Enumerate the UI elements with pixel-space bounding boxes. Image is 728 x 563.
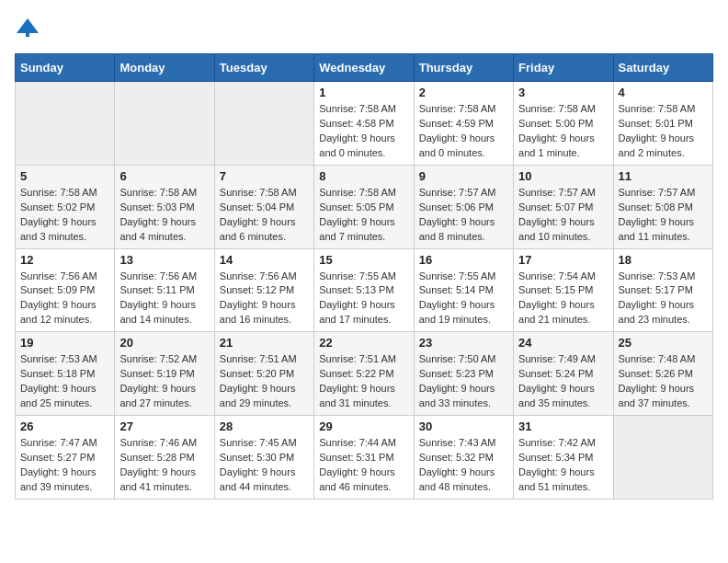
day-info: Sunrise: 7:47 AM Sunset: 5:27 PM Dayligh…: [20, 436, 109, 495]
day-info: Sunrise: 7:53 AM Sunset: 5:17 PM Dayligh…: [619, 270, 708, 328]
day-number: 3: [518, 86, 608, 99]
calendar-cell: 21Sunrise: 7:51 AM Sunset: 5:20 PM Dayli…: [214, 332, 313, 416]
calendar-cell: 1Sunrise: 7:58 AM Sunset: 4:58 PM Daylig…: [314, 82, 414, 166]
day-number: 2: [419, 86, 508, 99]
day-info: Sunrise: 7:46 AM Sunset: 5:28 PM Dayligh…: [119, 436, 209, 495]
day-number: 28: [220, 419, 309, 433]
day-info: Sunrise: 7:45 AM Sunset: 5:30 PM Dayligh…: [220, 436, 309, 495]
calendar-cell: 17Sunrise: 7:54 AM Sunset: 5:15 PM Dayli…: [514, 248, 613, 332]
calendar-cell: 23Sunrise: 7:50 AM Sunset: 5:23 PM Dayli…: [414, 332, 513, 416]
svg-marker-0: [17, 18, 39, 33]
calendar-cell: 20Sunrise: 7:52 AM Sunset: 5:19 PM Dayli…: [115, 332, 214, 416]
day-number: 21: [220, 336, 309, 350]
calendar-cell: [16, 82, 115, 166]
day-info: Sunrise: 7:58 AM Sunset: 4:59 PM Dayligh…: [419, 102, 508, 161]
day-info: Sunrise: 7:58 AM Sunset: 5:03 PM Dayligh…: [119, 186, 209, 245]
calendar-cell: 14Sunrise: 7:56 AM Sunset: 5:12 PM Dayli…: [214, 248, 313, 332]
day-info: Sunrise: 7:53 AM Sunset: 5:18 PM Dayligh…: [20, 352, 109, 411]
calendar-cell: 30Sunrise: 7:43 AM Sunset: 5:32 PM Dayli…: [414, 416, 513, 500]
day-number: 25: [619, 336, 708, 350]
calendar-cell: [115, 82, 214, 166]
header-row: SundayMondayTuesdayWednesdayThursdayFrid…: [16, 54, 713, 82]
calendar-cell: 24Sunrise: 7:49 AM Sunset: 5:24 PM Dayli…: [514, 332, 613, 416]
week-row-2: 5Sunrise: 7:58 AM Sunset: 5:02 PM Daylig…: [16, 165, 713, 248]
calendar-cell: 22Sunrise: 7:51 AM Sunset: 5:22 PM Dayli…: [314, 332, 414, 416]
page-header: [15, 15, 713, 40]
calendar-cell: 7Sunrise: 7:58 AM Sunset: 5:04 PM Daylig…: [214, 165, 313, 248]
calendar-cell: 3Sunrise: 7:58 AM Sunset: 5:00 PM Daylig…: [514, 82, 613, 166]
day-info: Sunrise: 7:50 AM Sunset: 5:23 PM Dayligh…: [419, 352, 508, 411]
day-info: Sunrise: 7:58 AM Sunset: 5:01 PM Dayligh…: [619, 102, 708, 161]
day-number: 1: [319, 86, 408, 99]
calendar-cell: 19Sunrise: 7:53 AM Sunset: 5:18 PM Dayli…: [16, 332, 115, 416]
day-info: Sunrise: 7:49 AM Sunset: 5:24 PM Dayligh…: [518, 352, 608, 411]
calendar-cell: 25Sunrise: 7:48 AM Sunset: 5:26 PM Dayli…: [613, 332, 712, 416]
calendar-cell: [613, 416, 712, 500]
day-number: 26: [20, 419, 109, 433]
calendar-cell: 31Sunrise: 7:42 AM Sunset: 5:34 PM Dayli…: [514, 416, 613, 500]
day-info: Sunrise: 7:51 AM Sunset: 5:22 PM Dayligh…: [319, 352, 408, 411]
day-number: 10: [518, 169, 608, 183]
calendar-cell: [214, 82, 313, 166]
day-number: 22: [319, 336, 408, 350]
day-number: 18: [619, 253, 708, 267]
day-number: 29: [319, 419, 408, 433]
day-info: Sunrise: 7:52 AM Sunset: 5:19 PM Dayligh…: [119, 352, 209, 411]
calendar-body: 1Sunrise: 7:58 AM Sunset: 4:58 PM Daylig…: [16, 82, 713, 500]
day-info: Sunrise: 7:57 AM Sunset: 5:08 PM Dayligh…: [619, 186, 708, 245]
calendar-cell: 12Sunrise: 7:56 AM Sunset: 5:09 PM Dayli…: [16, 248, 115, 332]
day-number: 9: [419, 169, 508, 183]
day-number: 19: [20, 336, 109, 350]
header-day-thursday: Thursday: [414, 54, 513, 82]
day-info: Sunrise: 7:58 AM Sunset: 5:05 PM Dayligh…: [319, 186, 408, 245]
day-info: Sunrise: 7:58 AM Sunset: 5:04 PM Dayligh…: [220, 186, 309, 245]
day-number: 20: [119, 336, 209, 350]
day-info: Sunrise: 7:55 AM Sunset: 5:13 PM Dayligh…: [319, 270, 408, 328]
day-info: Sunrise: 7:57 AM Sunset: 5:06 PM Dayligh…: [419, 186, 508, 245]
calendar-cell: 15Sunrise: 7:55 AM Sunset: 5:13 PM Dayli…: [314, 248, 414, 332]
calendar-cell: 2Sunrise: 7:58 AM Sunset: 4:59 PM Daylig…: [414, 82, 513, 166]
calendar-header: SundayMondayTuesdayWednesdayThursdayFrid…: [16, 54, 713, 82]
header-day-monday: Monday: [115, 54, 214, 82]
logo-icon: [15, 15, 40, 40]
day-info: Sunrise: 7:56 AM Sunset: 5:11 PM Dayligh…: [119, 270, 209, 328]
day-number: 7: [220, 169, 309, 183]
calendar-cell: 10Sunrise: 7:57 AM Sunset: 5:07 PM Dayli…: [514, 165, 613, 248]
svg-rect-1: [26, 31, 29, 37]
header-day-tuesday: Tuesday: [214, 54, 313, 82]
day-number: 24: [518, 336, 608, 350]
calendar-cell: 11Sunrise: 7:57 AM Sunset: 5:08 PM Dayli…: [613, 165, 712, 248]
week-row-3: 12Sunrise: 7:56 AM Sunset: 5:09 PM Dayli…: [16, 248, 713, 332]
day-info: Sunrise: 7:56 AM Sunset: 5:09 PM Dayligh…: [20, 270, 109, 328]
day-info: Sunrise: 7:43 AM Sunset: 5:32 PM Dayligh…: [419, 436, 508, 495]
week-row-5: 26Sunrise: 7:47 AM Sunset: 5:27 PM Dayli…: [16, 416, 713, 500]
day-number: 14: [220, 253, 309, 267]
day-info: Sunrise: 7:56 AM Sunset: 5:12 PM Dayligh…: [220, 270, 309, 328]
calendar-cell: 27Sunrise: 7:46 AM Sunset: 5:28 PM Dayli…: [115, 416, 214, 500]
day-info: Sunrise: 7:58 AM Sunset: 5:02 PM Dayligh…: [20, 186, 109, 245]
calendar-cell: 18Sunrise: 7:53 AM Sunset: 5:17 PM Dayli…: [613, 248, 712, 332]
day-number: 8: [319, 169, 408, 183]
week-row-4: 19Sunrise: 7:53 AM Sunset: 5:18 PM Dayli…: [16, 332, 713, 416]
calendar-cell: 13Sunrise: 7:56 AM Sunset: 5:11 PM Dayli…: [115, 248, 214, 332]
day-info: Sunrise: 7:51 AM Sunset: 5:20 PM Dayligh…: [220, 352, 309, 411]
day-number: 31: [518, 419, 608, 433]
calendar-cell: 26Sunrise: 7:47 AM Sunset: 5:27 PM Dayli…: [16, 416, 115, 500]
calendar-table: SundayMondayTuesdayWednesdayThursdayFrid…: [15, 53, 713, 500]
day-number: 11: [619, 169, 708, 183]
header-day-friday: Friday: [514, 54, 613, 82]
calendar-cell: 8Sunrise: 7:58 AM Sunset: 5:05 PM Daylig…: [314, 165, 414, 248]
day-info: Sunrise: 7:55 AM Sunset: 5:14 PM Dayligh…: [419, 270, 508, 328]
day-number: 30: [419, 419, 508, 433]
calendar-cell: 28Sunrise: 7:45 AM Sunset: 5:30 PM Dayli…: [214, 416, 313, 500]
day-info: Sunrise: 7:42 AM Sunset: 5:34 PM Dayligh…: [518, 436, 608, 495]
day-number: 12: [20, 253, 109, 267]
calendar-cell: 5Sunrise: 7:58 AM Sunset: 5:02 PM Daylig…: [16, 165, 115, 248]
day-number: 23: [419, 336, 508, 350]
calendar-cell: 16Sunrise: 7:55 AM Sunset: 5:14 PM Dayli…: [414, 248, 513, 332]
calendar-cell: 4Sunrise: 7:58 AM Sunset: 5:01 PM Daylig…: [613, 82, 712, 166]
day-info: Sunrise: 7:48 AM Sunset: 5:26 PM Dayligh…: [619, 352, 708, 411]
day-number: 4: [619, 86, 708, 99]
day-number: 16: [419, 253, 508, 267]
calendar-cell: 29Sunrise: 7:44 AM Sunset: 5:31 PM Dayli…: [314, 416, 414, 500]
